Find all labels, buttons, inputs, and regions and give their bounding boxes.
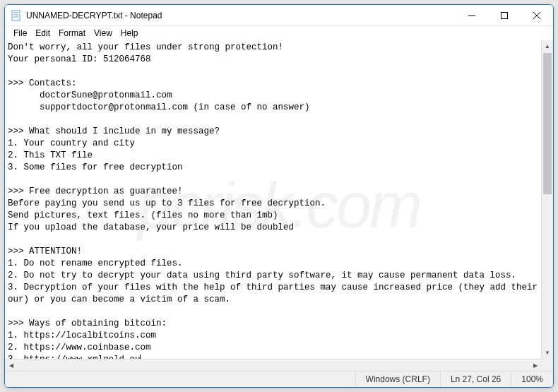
maximize-button[interactable] (488, 5, 521, 25)
vertical-scroll-thumb[interactable] (543, 53, 552, 194)
scroll-up-button[interactable]: ▲ (542, 40, 553, 52)
menubar: File Edit Format View Help (5, 26, 553, 40)
menu-help[interactable]: Help (117, 27, 143, 40)
text-editor[interactable]: Don't worry, all your files under strong… (5, 40, 553, 371)
minimize-button[interactable] (456, 5, 488, 25)
status-zoom: 100% (511, 372, 553, 387)
svg-rect-0 (12, 11, 20, 20)
window-title: UNNAMED-DECRYPT.txt - Notepad (26, 11, 456, 20)
menu-file[interactable]: File (9, 27, 31, 40)
notepad-icon (11, 10, 22, 21)
scroll-right-button[interactable]: ▶ (529, 360, 541, 371)
menu-format[interactable]: Format (54, 27, 90, 40)
content-area: Don't worry, all your files under strong… (5, 40, 553, 371)
horizontal-scrollbar[interactable]: ◀ ▶ (5, 359, 541, 371)
vertical-scrollbar[interactable]: ▲ ▼ (541, 40, 553, 359)
window-controls (456, 5, 553, 25)
notepad-window: UNNAMED-DECRYPT.txt - Notepad File Edit … (4, 4, 554, 388)
scrollbar-corner (541, 359, 553, 371)
close-button[interactable] (521, 5, 553, 25)
status-position: Ln 27, Col 26 (440, 372, 511, 387)
svg-rect-5 (501, 12, 508, 18)
menu-view[interactable]: View (90, 27, 117, 40)
scroll-left-button[interactable]: ◀ (5, 360, 17, 371)
menu-edit[interactable]: Edit (31, 27, 54, 40)
statusbar: Windows (CRLF) Ln 27, Col 26 100% (5, 371, 553, 387)
status-encoding-mode: Windows (CRLF) (355, 372, 440, 387)
scroll-down-button[interactable]: ▼ (542, 347, 553, 359)
titlebar[interactable]: UNNAMED-DECRYPT.txt - Notepad (5, 5, 553, 26)
